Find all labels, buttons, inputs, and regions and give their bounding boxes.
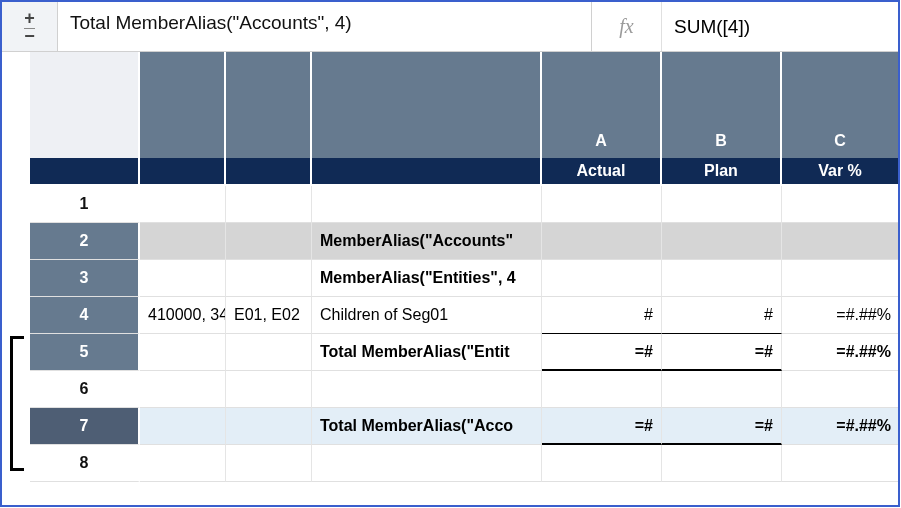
- table-row: 6: [2, 371, 900, 408]
- table-row: 4 410000, 34 E01, E02 Children of Seg01 …: [2, 297, 900, 334]
- table-row: 2 MemberAlias("Accounts": [2, 223, 900, 260]
- cell[interactable]: [662, 186, 782, 223]
- cell[interactable]: [140, 186, 226, 223]
- dim-slot-3[interactable]: [312, 158, 542, 186]
- col-header-plan[interactable]: Plan: [662, 158, 782, 186]
- cell-total-accounts[interactable]: Total MemberAlias("Acco: [312, 408, 542, 445]
- rownum-header[interactable]: [30, 158, 140, 186]
- dim-slot-2[interactable]: [226, 158, 312, 186]
- cell[interactable]: [312, 186, 542, 223]
- col-header-actual[interactable]: Actual: [542, 158, 662, 186]
- cell[interactable]: [226, 371, 312, 408]
- formula-value: SUM([4]): [674, 16, 750, 38]
- row-number[interactable]: 1: [30, 186, 140, 223]
- row-number[interactable]: 3: [30, 260, 140, 297]
- cell[interactable]: [226, 334, 312, 371]
- cell-varpct[interactable]: =#.##%: [782, 334, 900, 371]
- cell-plan[interactable]: =#: [662, 408, 782, 445]
- table-row: 8: [2, 445, 900, 482]
- fx-icon: fx: [619, 15, 633, 38]
- table-row: 1: [2, 186, 900, 223]
- cell[interactable]: [312, 445, 542, 482]
- name-box-value: Total MemberAlias("Accounts", 4): [70, 12, 352, 34]
- cell[interactable]: [782, 260, 900, 297]
- cell[interactable]: [542, 371, 662, 408]
- cell[interactable]: [226, 408, 312, 445]
- cell[interactable]: [542, 186, 662, 223]
- cell[interactable]: [782, 223, 900, 260]
- col-letter-a[interactable]: A: [542, 52, 662, 158]
- fx-button[interactable]: fx: [592, 2, 662, 51]
- cell[interactable]: [140, 260, 226, 297]
- table-row: 7 Total MemberAlias("Acco =# =# =#.##%: [2, 408, 900, 445]
- dim-header-1[interactable]: [140, 52, 226, 158]
- cell-total-entities[interactable]: Total MemberAlias("Entit: [312, 334, 542, 371]
- cell-actual[interactable]: #: [542, 297, 662, 334]
- row-number[interactable]: 7: [30, 408, 140, 445]
- cell-entities-list[interactable]: E01, E02: [226, 297, 312, 334]
- cell[interactable]: [662, 223, 782, 260]
- cell[interactable]: [662, 371, 782, 408]
- cell-plan[interactable]: =#: [662, 334, 782, 371]
- cell[interactable]: [140, 371, 226, 408]
- dim-header-3[interactable]: [312, 52, 542, 158]
- cell-accounts-list[interactable]: 410000, 34: [140, 297, 226, 334]
- cell[interactable]: [226, 445, 312, 482]
- cell-children-of-seg01[interactable]: Children of Seg01: [312, 297, 542, 334]
- select-all-corner[interactable]: [30, 52, 140, 158]
- row-number[interactable]: 2: [30, 223, 140, 260]
- dim-slot-1[interactable]: [140, 158, 226, 186]
- cell[interactable]: [662, 445, 782, 482]
- row-number[interactable]: 6: [30, 371, 140, 408]
- cell[interactable]: [226, 223, 312, 260]
- cell-actual[interactable]: =#: [542, 408, 662, 445]
- row-number[interactable]: 5: [30, 334, 140, 371]
- formula-input[interactable]: SUM([4]): [662, 2, 898, 51]
- outline-toggle-button[interactable]: +−: [2, 2, 58, 51]
- name-box[interactable]: Total MemberAlias("Accounts", 4): [58, 2, 592, 51]
- cell[interactable]: [662, 260, 782, 297]
- cell[interactable]: [140, 445, 226, 482]
- formula-bar: +− Total MemberAlias("Accounts", 4) fx S…: [2, 2, 898, 52]
- cell-actual[interactable]: =#: [542, 334, 662, 371]
- column-letter-row: A B C: [2, 52, 900, 158]
- col-letter-b[interactable]: B: [662, 52, 782, 158]
- cell[interactable]: [140, 408, 226, 445]
- column-label-row: Actual Plan Var %: [2, 158, 900, 186]
- col-header-varpct[interactable]: Var %: [782, 158, 900, 186]
- table-row: 3 MemberAlias("Entities", 4: [2, 260, 900, 297]
- cell[interactable]: [782, 186, 900, 223]
- cell[interactable]: [782, 445, 900, 482]
- row-number[interactable]: 4: [30, 297, 140, 334]
- col-letter-c[interactable]: C: [782, 52, 900, 158]
- cell-member-alias-accounts[interactable]: MemberAlias("Accounts": [312, 223, 542, 260]
- cell[interactable]: [542, 223, 662, 260]
- cell[interactable]: [226, 260, 312, 297]
- cell-member-alias-entities[interactable]: MemberAlias("Entities", 4: [312, 260, 542, 297]
- cell[interactable]: [140, 334, 226, 371]
- spreadsheet-grid[interactable]: A B C Actual Plan Var % 1: [2, 52, 900, 482]
- row-number[interactable]: 8: [30, 445, 140, 482]
- cell-plan[interactable]: #: [662, 297, 782, 334]
- cell[interactable]: [312, 371, 542, 408]
- plus-minus-icon: +−: [24, 11, 35, 41]
- cell[interactable]: [782, 371, 900, 408]
- cell[interactable]: [226, 186, 312, 223]
- dim-header-2[interactable]: [226, 52, 312, 158]
- cell-varpct[interactable]: =#.##%: [782, 297, 900, 334]
- cell[interactable]: [542, 445, 662, 482]
- cell-varpct[interactable]: =#.##%: [782, 408, 900, 445]
- cell[interactable]: [542, 260, 662, 297]
- table-row: 5 Total MemberAlias("Entit =# =# =#.##%: [2, 334, 900, 371]
- cell[interactable]: [140, 223, 226, 260]
